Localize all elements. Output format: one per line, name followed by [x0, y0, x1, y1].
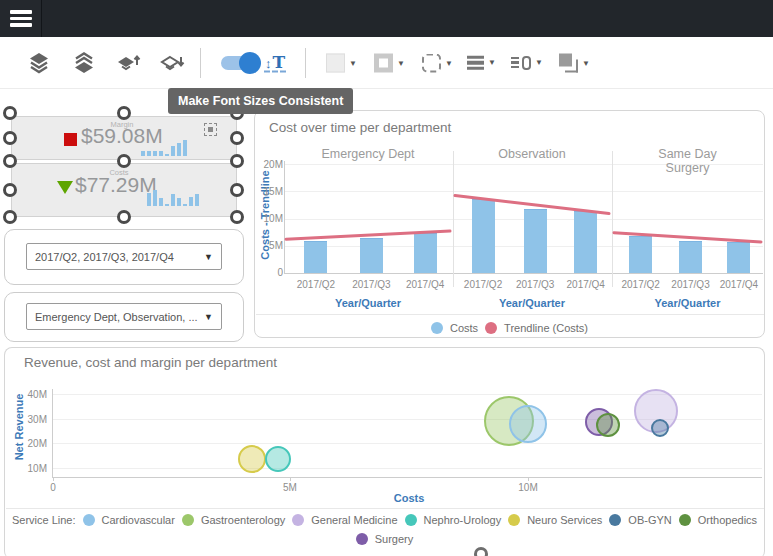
- x-axis-line: [52, 477, 762, 478]
- legend-label: Costs: [450, 322, 478, 334]
- move-to-back-button[interactable]: [72, 51, 96, 75]
- selection-handle[interactable]: [117, 154, 131, 168]
- arrange-button[interactable]: ▼: [559, 53, 590, 72]
- selection-handle[interactable]: [3, 183, 17, 197]
- selection-handle[interactable]: [230, 131, 244, 145]
- selection-handle[interactable]: [3, 106, 17, 120]
- arrange-icon: [559, 53, 578, 72]
- bubble-ob-gyn[interactable]: [651, 419, 669, 437]
- selection-handle[interactable]: [3, 210, 17, 224]
- toolbar-separator: [305, 48, 306, 78]
- x-tick-label: 2017/Q3: [352, 279, 390, 290]
- selection-handle[interactable]: [117, 210, 131, 224]
- selection-handle[interactable]: [117, 106, 131, 120]
- spark-bar: [165, 204, 169, 206]
- format-toolbar: ↕T ▼ ▼ ▼ ▼ ▼ ▼: [0, 37, 773, 89]
- legend-label: Gastroenterology: [201, 514, 285, 526]
- selection-handle[interactable]: [230, 210, 244, 224]
- move-forward-button[interactable]: [116, 51, 142, 75]
- x-axis-title: Year/Quarter: [654, 297, 720, 309]
- department-filter-dropdown[interactable]: Emergency Dept, Observation, ... ▼: [26, 303, 222, 330]
- legend-label: Neuro Services: [527, 514, 602, 526]
- toggle-switch-on: [221, 56, 258, 70]
- selection-handle[interactable]: [230, 183, 244, 197]
- spark-bar: [195, 194, 199, 206]
- facet-label: Same Day Surgery: [649, 147, 726, 175]
- x-tick-label: 2017/Q2: [622, 279, 660, 290]
- chart-legend: CostsTrendline (Costs): [255, 320, 764, 336]
- legend-color-icon: [182, 514, 194, 526]
- fill-color-button[interactable]: ▼: [326, 53, 357, 72]
- spacing-icon: [511, 56, 531, 70]
- x-tick-mark: [290, 477, 291, 481]
- selection-handle[interactable]: [3, 131, 17, 145]
- cost-bar[interactable]: [629, 236, 652, 273]
- selection-handle[interactable]: [3, 154, 17, 168]
- hamburger-menu-button[interactable]: [0, 0, 42, 37]
- focus-frame-icon[interactable]: [204, 123, 217, 136]
- spacing-button[interactable]: ▼: [511, 56, 543, 70]
- cost-bar[interactable]: [414, 233, 437, 273]
- cost-bar[interactable]: [472, 199, 495, 273]
- selection-handle[interactable]: [230, 154, 244, 168]
- cost-bar[interactable]: [727, 242, 750, 273]
- cost-bar[interactable]: [360, 238, 383, 273]
- quarter-filter-dropdown[interactable]: 2017/Q2, 2017/Q3, 2017/Q4 ▼: [26, 243, 222, 270]
- gridline: [284, 191, 763, 192]
- spark-bar: [177, 143, 181, 156]
- cost-over-time-chart[interactable]: Cost over time per department Costs - Tr…: [254, 110, 765, 338]
- x-axis-line: [284, 273, 763, 274]
- chevron-down-icon: ▼: [445, 58, 453, 67]
- legend-label: Orthopedics: [698, 514, 757, 526]
- cost-bar[interactable]: [574, 211, 597, 273]
- bubble-orthopedics[interactable]: [596, 413, 620, 437]
- cost-bar[interactable]: [304, 241, 327, 273]
- revenue-cost-margin-chart[interactable]: Revenue, cost and margin per department …: [4, 347, 765, 556]
- chevron-down-icon: ▼: [204, 252, 213, 262]
- toolbar-separator: [200, 48, 201, 78]
- chart-legend-row: Service Line:CardiovascularGastroenterol…: [5, 512, 764, 528]
- chevron-down-icon: ▼: [488, 58, 496, 67]
- legend-color-icon: [83, 514, 95, 526]
- chart-legend-row: Surgery: [5, 531, 764, 547]
- move-backward-button[interactable]: [160, 51, 186, 75]
- move-backward-icon: [160, 51, 186, 75]
- spark-bar: [153, 151, 157, 156]
- legend-divider: [256, 314, 764, 315]
- kpi-sparkline: [147, 176, 199, 206]
- move-to-front-button[interactable]: [27, 51, 51, 75]
- y-tick-label: 10M: [19, 463, 47, 474]
- x-tick-label: 2017/Q4: [567, 279, 605, 290]
- font-size-button[interactable]: ↕T: [264, 53, 286, 72]
- chart-title: Cost over time per department: [269, 120, 451, 135]
- x-axis-title: Costs: [394, 492, 425, 504]
- x-tick-label: 2017/Q2: [464, 279, 502, 290]
- spark-bar: [171, 146, 175, 156]
- filter-widget-department[interactable]: Emergency Dept, Observation, ... ▼: [4, 292, 244, 342]
- cost-bar[interactable]: [524, 209, 547, 273]
- line-style-button[interactable]: ▼: [467, 55, 496, 70]
- kpi-tile-costs[interactable]: Costs $77.29M: [11, 163, 237, 217]
- legend-color-icon: [508, 514, 520, 526]
- font-consistency-toggle[interactable]: [221, 56, 258, 70]
- spark-bar: [159, 198, 163, 206]
- chevron-down-icon: ▼: [397, 58, 405, 67]
- facet-label: Observation: [498, 147, 565, 161]
- chevron-down-icon: ▼: [535, 58, 543, 67]
- filter-widget-quarter[interactable]: 2017/Q2, 2017/Q3, 2017/Q4 ▼: [4, 229, 244, 285]
- dropdown-value: Emergency Dept, Observation, ...: [35, 311, 200, 323]
- x-tick-label: 2017/Q3: [516, 279, 554, 290]
- line-style-icon: [467, 55, 484, 70]
- y-tick-label: 40M: [19, 389, 47, 400]
- cost-bar[interactable]: [679, 241, 702, 273]
- resize-handle[interactable]: [474, 547, 488, 556]
- border-style-button[interactable]: ▼: [422, 53, 453, 72]
- x-tick-label: 2017/Q4: [406, 279, 444, 290]
- y-axis-line: [52, 389, 53, 477]
- legend-color-icon: [356, 533, 368, 545]
- legend-label: Trendline (Costs): [504, 322, 588, 334]
- legend-color-icon: [485, 322, 497, 334]
- border-color-button[interactable]: ▼: [374, 53, 405, 72]
- bubble-cardiovascular[interactable]: [509, 405, 547, 443]
- x-tick-label: 10M: [518, 482, 537, 493]
